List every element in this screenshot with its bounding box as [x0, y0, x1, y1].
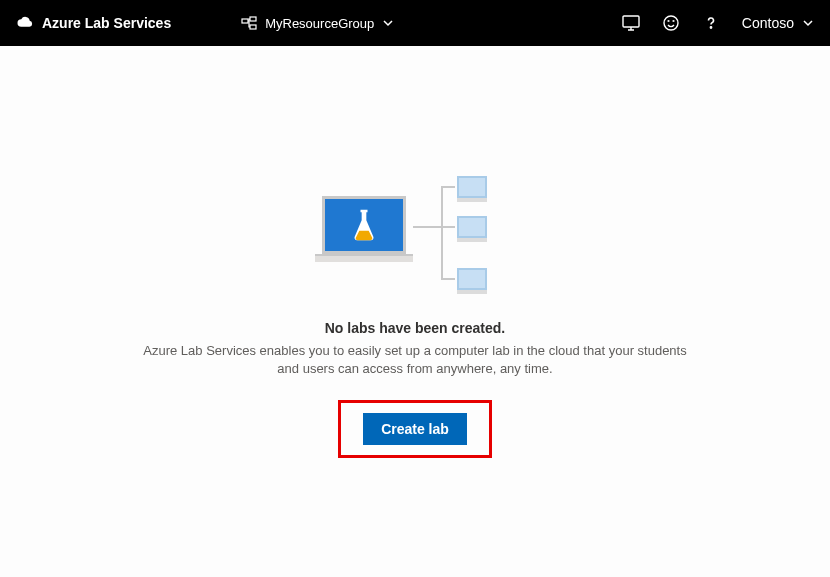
create-lab-button[interactable]: Create lab — [363, 413, 467, 445]
svg-rect-0 — [242, 19, 248, 23]
svg-rect-1 — [250, 17, 256, 21]
help-icon[interactable] — [702, 14, 720, 32]
svg-point-5 — [668, 21, 669, 22]
mini-monitor-icon — [457, 216, 487, 238]
empty-illustration — [315, 176, 515, 296]
svg-point-8 — [361, 225, 363, 227]
laptop-icon — [315, 196, 413, 262]
highlight-annotation: Create lab — [338, 400, 492, 458]
nav-icon-group — [622, 14, 720, 32]
empty-title: No labs have been created. — [325, 320, 506, 336]
svg-rect-3 — [623, 16, 639, 27]
svg-point-4 — [664, 16, 678, 30]
account-menu[interactable]: Contoso — [742, 15, 814, 31]
top-nav: Azure Lab Services MyResourceGroup — [0, 0, 830, 46]
mini-monitor-icon — [457, 268, 487, 290]
monitor-icon[interactable] — [622, 14, 640, 32]
svg-point-6 — [673, 21, 674, 22]
resource-group-label: MyResourceGroup — [265, 16, 374, 31]
resource-group-picker[interactable]: MyResourceGroup — [241, 15, 394, 31]
brand: Azure Lab Services — [16, 14, 171, 32]
svg-rect-2 — [250, 25, 256, 29]
empty-description: Azure Lab Services enables you to easily… — [135, 342, 695, 378]
cloud-logo-icon — [16, 14, 34, 32]
resource-group-icon — [241, 15, 257, 31]
chevron-down-icon — [802, 17, 814, 29]
empty-state: No labs have been created. Azure Lab Ser… — [0, 46, 830, 458]
chevron-down-icon — [382, 17, 394, 29]
flask-icon — [350, 207, 378, 243]
svg-point-9 — [364, 222, 366, 224]
smiley-icon[interactable] — [662, 14, 680, 32]
mini-monitor-icon — [457, 176, 487, 198]
brand-title: Azure Lab Services — [42, 15, 171, 31]
svg-point-7 — [710, 27, 711, 28]
account-label: Contoso — [742, 15, 794, 31]
